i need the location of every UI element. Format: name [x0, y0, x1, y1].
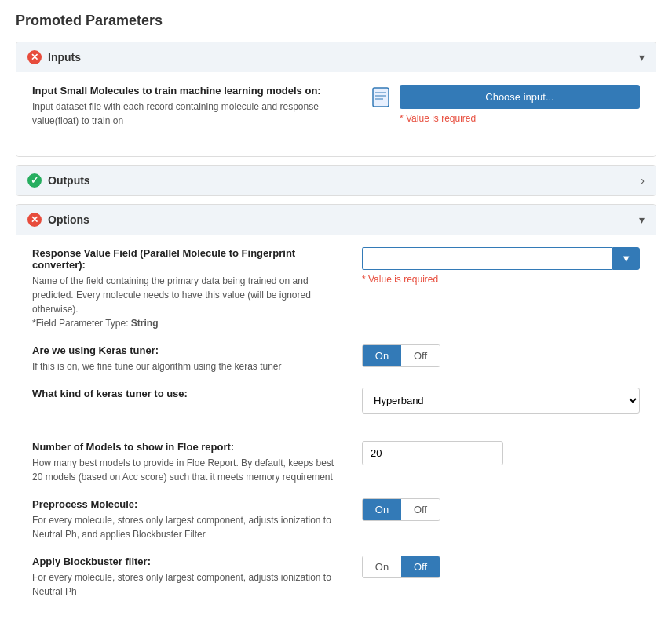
inputs-section-title: Inputs: [48, 51, 639, 64]
apply-blockbuster-on-btn[interactable]: On: [363, 556, 401, 577]
apply-blockbuster-label-col: Apply Blockbuster filter: For every mole…: [32, 556, 362, 599]
num-models-row: Number of Models to show in Floe report:…: [32, 441, 640, 484]
keras-tuner-type-control: Hyperband Random Search Bayesian: [362, 388, 640, 414]
preprocess-molecule-control: On Off: [362, 498, 640, 521]
response-value-input[interactable]: [362, 247, 612, 270]
keras-tuner-type-label: What kind of keras tuner to use:: [32, 388, 346, 399]
num-models-desc: How many best models to provide in Floe …: [32, 456, 346, 484]
options-status-icon: ✕: [27, 213, 42, 227]
inputs-section-header[interactable]: ✕ Inputs ▾: [16, 42, 656, 72]
outputs-section: ✓ Outputs ›: [16, 165, 656, 196]
file-icon: [370, 86, 392, 108]
options-section-body: Response Value Field (Parallel Molecule …: [16, 235, 656, 623]
input-file-row: Input Small Molecules to train machine l…: [32, 85, 640, 128]
apply-blockbuster-toggle: On Off: [362, 556, 440, 578]
num-models-control: 20: [362, 441, 640, 465]
num-models-label-col: Number of Models to show in Floe report:…: [32, 441, 362, 484]
keras-tuner-label-col: Are we using Keras tuner: If this is on,…: [32, 344, 362, 373]
options-chevron-icon: ▾: [639, 213, 645, 226]
svg-rect-0: [373, 88, 389, 107]
num-models-input[interactable]: 20: [362, 441, 503, 465]
outputs-status-icon: ✓: [27, 173, 42, 188]
keras-tuner-row: Are we using Keras tuner: If this is on,…: [32, 344, 640, 373]
preprocess-molecule-off-btn[interactable]: Off: [401, 499, 440, 520]
options-divider-1: [32, 428, 640, 428]
preprocess-molecule-row: Preprocess Molecule: For every molecule,…: [32, 498, 640, 541]
input-file-label-col: Input Small Molecules to train machine l…: [32, 85, 362, 128]
apply-blockbuster-off-btn[interactable]: Off: [401, 556, 440, 577]
options-section: ✕ Options ▾ Response Value Field (Parall…: [16, 204, 656, 623]
keras-tuner-label: Are we using Keras tuner:: [32, 344, 346, 356]
apply-blockbuster-row: Apply Blockbuster filter: For every mole…: [32, 556, 640, 599]
input-file-control: Choose input... * Value is required: [400, 85, 640, 124]
options-section-title: Options: [48, 213, 639, 226]
keras-tuner-off-btn[interactable]: Off: [401, 345, 440, 366]
inputs-value-required: * Value is required: [400, 113, 640, 124]
apply-blockbuster-control: On Off: [362, 556, 640, 578]
outputs-section-header[interactable]: ✓ Outputs ›: [16, 166, 656, 195]
keras-tuner-on-btn[interactable]: On: [363, 345, 401, 366]
page-title: Promoted Parameters: [16, 13, 656, 29]
response-value-dropdown-btn[interactable]: ▼: [612, 247, 640, 270]
options-section-header[interactable]: ✕ Options ▾: [16, 205, 656, 235]
response-value-label-col: Response Value Field (Parallel Molecule …: [32, 247, 362, 330]
response-value-required: * Value is required: [362, 274, 640, 285]
inputs-status-icon: ✕: [27, 50, 42, 64]
preprocess-molecule-label: Preprocess Molecule:: [32, 498, 346, 510]
keras-tuner-type-label-col: What kind of keras tuner to use:: [32, 388, 362, 403]
keras-tuner-control: On Off: [362, 344, 640, 367]
keras-tuner-toggle: On Off: [362, 344, 440, 367]
inputs-section: ✕ Inputs ▾ Input Small Molecules to trai…: [16, 42, 656, 157]
outputs-chevron-icon: ›: [641, 174, 645, 187]
response-value-label: Response Value Field (Parallel Molecule …: [32, 247, 346, 271]
input-file-desc: Input dataset file with each record cont…: [32, 100, 346, 128]
keras-tuner-type-row: What kind of keras tuner to use: Hyperba…: [32, 388, 640, 414]
preprocess-molecule-on-btn[interactable]: On: [363, 499, 401, 520]
preprocess-molecule-label-col: Preprocess Molecule: For every molecule,…: [32, 498, 362, 541]
choose-input-button[interactable]: Choose input...: [400, 85, 640, 109]
preprocess-molecule-desc: For every molecule, stores only largest …: [32, 513, 346, 541]
response-value-control: ▼ * Value is required: [362, 247, 640, 285]
outputs-section-title: Outputs: [48, 174, 641, 187]
preprocess-molecule-toggle: On Off: [362, 498, 440, 521]
num-models-label: Number of Models to show in Floe report:: [32, 441, 346, 453]
inputs-chevron-icon: ▾: [639, 51, 645, 64]
apply-blockbuster-label: Apply Blockbuster filter:: [32, 556, 346, 567]
response-value-input-group: ▼: [362, 247, 640, 270]
response-value-desc: Name of the field containing the primary…: [32, 274, 346, 330]
keras-tuner-type-select[interactable]: Hyperband Random Search Bayesian: [362, 388, 640, 414]
inputs-section-body: Input Small Molecules to train machine l…: [16, 72, 656, 156]
response-value-field-row: Response Value Field (Parallel Molecule …: [32, 247, 640, 330]
apply-blockbuster-desc: For every molecule, stores only largest …: [32, 570, 346, 599]
keras-tuner-desc: If this is on, we fine tune our algorith…: [32, 359, 346, 373]
input-file-label: Input Small Molecules to train machine l…: [32, 85, 346, 97]
